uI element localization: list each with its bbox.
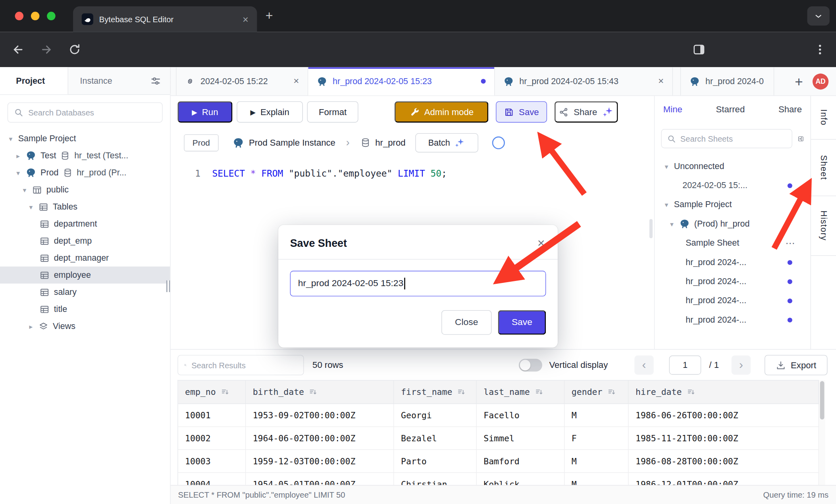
new-query-tab-button[interactable]: +	[795, 74, 803, 88]
sort-icon[interactable]	[457, 387, 466, 396]
sheet-item[interactable]: hr_prod 2024-...	[655, 253, 810, 272]
breadcrumb-instance[interactable]: Prod Sample Instance	[232, 137, 335, 149]
table-cell[interactable]: Facello	[477, 404, 565, 427]
chevron-down-icon[interactable]: ▾	[15, 169, 21, 177]
table-cell[interactable]: 1954-05-01T00:00:00Z	[246, 473, 394, 485]
chevron-down-icon[interactable]: ▾	[668, 220, 675, 228]
tree-item-project[interactable]: ▾ Sample Project	[0, 130, 170, 147]
share-button[interactable]: Share	[555, 101, 618, 123]
reload-icon[interactable]	[68, 43, 81, 56]
sort-icon[interactable]	[309, 387, 318, 396]
format-button[interactable]: Format	[307, 101, 358, 123]
close-icon[interactable]: ×	[658, 76, 664, 87]
table-scrollbar[interactable]	[819, 380, 825, 486]
table-cell[interactable]: Georgi	[394, 404, 477, 427]
sheet-item[interactable]: hr_prod 2024-...	[655, 310, 810, 329]
scrollbar-thumb[interactable]	[820, 381, 824, 419]
sheet-search-input[interactable]	[680, 134, 786, 143]
page-input[interactable]	[669, 356, 701, 375]
chevron-right-icon[interactable]: ▸	[28, 322, 34, 330]
new-tab-button[interactable]: +	[266, 8, 273, 23]
table-cell[interactable]: M	[564, 473, 628, 485]
table-cell[interactable]: 1959-12-03T00:00:00Z	[246, 450, 394, 473]
sheet-name-input[interactable]: hr_prod 2024-02-05 15:23	[290, 271, 546, 296]
vertical-display-toggle[interactable]	[519, 359, 542, 371]
table-cell[interactable]: Bezalel	[394, 427, 477, 450]
sheet-item[interactable]: hr_prod 2024-...	[655, 291, 810, 310]
table-cell[interactable]: 10003	[178, 450, 246, 473]
query-tab-3[interactable]: hr_prod 2024-02-05 15:43 ×	[495, 67, 673, 95]
prev-page-button[interactable]: ‹	[634, 356, 653, 375]
tab-share[interactable]: Share	[778, 104, 802, 115]
table-cell[interactable]: 1953-09-02T00:00:00Z	[246, 404, 394, 427]
chevron-down-icon[interactable]: ▾	[21, 186, 28, 194]
chevron-down-icon[interactable]: ▾	[663, 201, 670, 209]
sheet-search[interactable]	[661, 129, 792, 148]
sort-icon[interactable]	[221, 387, 230, 396]
table-cell[interactable]: 10004	[178, 473, 246, 485]
query-tab-4[interactable]: hr_prod 2024-0	[680, 67, 774, 95]
tab-mine[interactable]: Mine	[663, 104, 682, 115]
tab-starred[interactable]: Starred	[716, 104, 745, 115]
tree-item-table-dept-manager[interactable]: dept_manager	[0, 250, 170, 267]
table-cell[interactable]: Chirstian	[394, 473, 477, 485]
results-search[interactable]	[177, 355, 304, 375]
next-page-button[interactable]: ›	[732, 356, 751, 375]
sort-icon[interactable]	[607, 387, 616, 396]
dialog-close-icon[interactable]: ×	[537, 237, 545, 249]
tab-project[interactable]: Project	[0, 67, 68, 94]
query-tab-1[interactable]: 2024-02-05 15:22 ×	[176, 67, 308, 95]
environment-chip[interactable]: Prod	[184, 134, 218, 151]
sheet-item-sample[interactable]: Sample Sheet ⋯	[655, 233, 810, 252]
table-cell[interactable]: Bamford	[477, 450, 565, 473]
sheet-group-project[interactable]: ▾ Sample Project	[655, 195, 810, 214]
export-button[interactable]: Export	[765, 355, 827, 375]
table-cell[interactable]: 10002	[178, 427, 246, 450]
explain-button[interactable]: ▶ Explain	[237, 101, 303, 123]
table-cell[interactable]: 10001	[178, 404, 246, 427]
column-header[interactable]: birth_date	[246, 381, 394, 404]
column-header[interactable]: first_name	[394, 381, 477, 404]
table-cell[interactable]: 1964-06-02T00:00:00Z	[246, 427, 394, 450]
query-tab-2-active[interactable]: hr_prod 2024-02-05 15:23	[308, 67, 495, 95]
sort-icon[interactable]	[535, 387, 544, 396]
filter-sliders-icon[interactable]	[150, 75, 162, 87]
table-cell[interactable]: Simmel	[477, 427, 565, 450]
more-menu-icon[interactable]: ⋯	[785, 237, 796, 249]
sort-icon[interactable]	[687, 387, 696, 396]
tree-item-views-group[interactable]: ▸ Views	[0, 317, 170, 335]
dialog-save-button[interactable]: Save	[498, 310, 546, 335]
rail-tab-history[interactable]: History	[811, 196, 836, 256]
tree-item-schema-public[interactable]: ▾ public	[0, 181, 170, 198]
sheet-item[interactable]: 2024-02-05 15:...	[655, 176, 810, 195]
run-button[interactable]: ▶ Run	[177, 101, 232, 123]
tree-item-prod-env[interactable]: ▾ Prod hr_prod (Pr...	[0, 164, 170, 181]
dialog-close-button[interactable]: Close	[441, 310, 491, 335]
table-cell[interactable]: Parto	[394, 450, 477, 473]
batch-button[interactable]: Batch	[415, 133, 478, 152]
breadcrumb-database[interactable]: hr_prod	[360, 138, 406, 148]
ai-assistant-icon[interactable]	[492, 136, 505, 149]
sheet-item[interactable]: hr_prod 2024-...	[655, 272, 810, 291]
side-panel-icon[interactable]	[693, 43, 705, 56]
table-cell[interactable]: 1985-11-21T00:00:00Z	[629, 427, 819, 450]
table-cell[interactable]: Koblick	[477, 473, 565, 485]
editor-scrollbar[interactable]	[649, 219, 653, 238]
tree-item-table-salary[interactable]: salary	[0, 284, 170, 301]
collapse-panel-icon[interactable]	[797, 133, 804, 144]
database-search[interactable]	[8, 102, 163, 123]
table-cell[interactable]: 1986-12-01T00:00:00Z	[629, 473, 819, 485]
chevron-down-icon[interactable]: ▾	[663, 162, 670, 170]
column-header[interactable]: gender	[564, 381, 628, 404]
save-sheet-button[interactable]: Save	[496, 101, 547, 123]
sheet-group-database[interactable]: ▾ (Prod) hr_prod	[655, 214, 810, 233]
tab-search-button[interactable]	[807, 6, 829, 25]
admin-mode-button[interactable]: Admin mode	[395, 101, 488, 123]
chevron-down-icon[interactable]: ▾	[28, 203, 34, 211]
browser-tab[interactable]: Bytebase SQL Editor ×	[73, 6, 257, 32]
rail-tab-sheet[interactable]: Sheet	[811, 140, 836, 196]
forward-icon[interactable]	[40, 43, 53, 56]
back-icon[interactable]	[12, 43, 25, 56]
tree-item-table-dept-emp[interactable]: dept_emp	[0, 233, 170, 250]
rail-tab-info[interactable]: Info	[811, 96, 836, 140]
